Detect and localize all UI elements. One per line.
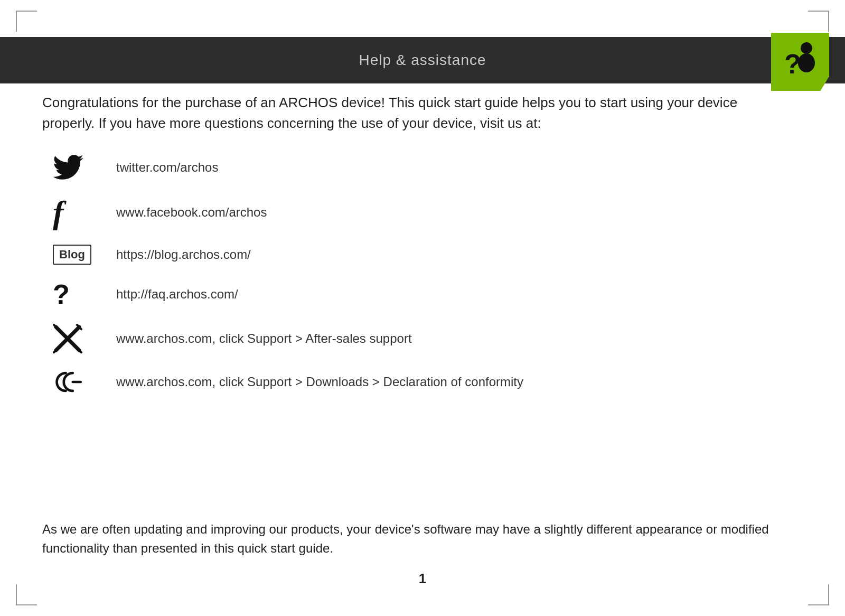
blog-icon: Blog (53, 245, 100, 265)
svg-point-0 (801, 42, 812, 54)
twitter-icon (53, 155, 100, 180)
twitter-link[interactable]: twitter.com/archos (116, 160, 218, 175)
svg-text:?: ? (784, 49, 801, 79)
list-item: www.archos.com, click Support > After-sa… (53, 324, 803, 353)
support-link[interactable]: www.archos.com, click Support > After-sa… (116, 331, 412, 346)
list-item: twitter.com/archos (53, 155, 803, 180)
facebook-icon: f (53, 196, 100, 229)
list-item: f www.facebook.com/archos (53, 196, 803, 229)
footer-text: As we are often updating and improving o… (42, 520, 803, 558)
page-title: Help & assistance (359, 52, 486, 69)
ce-link[interactable]: www.archos.com, click Support > Download… (116, 375, 523, 389)
svg-line-5 (54, 325, 58, 329)
footer-paragraph: As we are often updating and improving o… (42, 520, 803, 558)
header-bar: Help & assistance (0, 37, 845, 83)
corner-mark-tr (808, 11, 829, 32)
facebook-link[interactable]: www.facebook.com/archos (116, 205, 267, 220)
support-icon (53, 324, 100, 353)
intro-paragraph: Congratulations for the purchase of an A… (42, 92, 755, 134)
help-icon-container: ? (771, 33, 829, 91)
blog-link[interactable]: https://blog.archos.com/ (116, 247, 251, 262)
links-list: twitter.com/archos f www.facebook.com/ar… (53, 155, 803, 395)
faq-link[interactable]: http://faq.archos.com/ (116, 287, 238, 302)
faq-icon: ? (53, 281, 100, 308)
help-icon: ? (779, 41, 821, 83)
page-number: 1 (0, 571, 845, 587)
list-item: www.archos.com, click Support > Download… (53, 369, 803, 395)
ce-icon (53, 369, 100, 395)
main-content: Congratulations for the purchase of an A… (42, 92, 803, 574)
svg-line-7 (54, 348, 58, 352)
list-item: Blog https://blog.archos.com/ (53, 245, 803, 265)
corner-mark-bl (16, 584, 37, 605)
list-item: ? http://faq.archos.com/ (53, 281, 803, 308)
svg-line-8 (77, 348, 81, 352)
corner-mark-br (808, 584, 829, 605)
corner-mark-tl (16, 11, 37, 32)
